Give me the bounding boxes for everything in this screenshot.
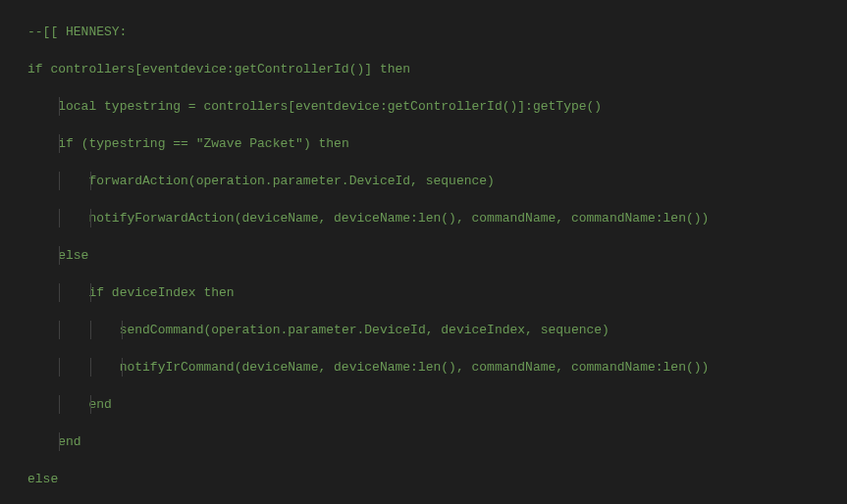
comment-text: local typestring = controllers[eventdevi… (27, 99, 602, 114)
comment-text: forwardAction(operation.parameter.Device… (27, 174, 495, 188)
comment-text: end (27, 397, 112, 412)
code-line: if controllers[eventdevice:getController… (27, 60, 847, 78)
comment-text: end (27, 434, 81, 449)
code-line: local typestring = controllers[eventdevi… (27, 97, 847, 116)
code-line: forwardAction(operation.parameter.Device… (27, 172, 847, 190)
code-line: sendCommand(operation.parameter.DeviceId… (27, 321, 847, 339)
code-line: else (27, 246, 847, 265)
code-line: if (typestring == "Zwave Packet") then (27, 134, 847, 153)
comment-text: notifyForwardAction(deviceName, deviceNa… (27, 211, 709, 226)
code-line: end (27, 432, 847, 451)
code-line: --[[ HENNESY: (27, 23, 847, 41)
code-line: else (27, 470, 847, 488)
code-line: notifyIrCommand(deviceName, deviceName:l… (27, 358, 847, 377)
code-line: end (27, 395, 847, 414)
comment-text: notifyIrCommand(deviceName, deviceName:l… (27, 360, 709, 375)
code-line: notifyForwardAction(deviceName, deviceNa… (27, 209, 847, 227)
comment-text: else (27, 472, 58, 486)
comment-text: --[[ HENNESY: (27, 25, 127, 39)
comment-text: sendCommand(operation.parameter.DeviceId… (27, 323, 609, 337)
code-editor[interactable]: --[[ HENNESY: if controllers[eventdevice… (0, 0, 847, 504)
comment-text: if controllers[eventdevice:getController… (27, 62, 410, 76)
code-line: if deviceIndex then (27, 283, 847, 302)
comment-text: if (typestring == "Zwave Packet") then (27, 136, 349, 151)
